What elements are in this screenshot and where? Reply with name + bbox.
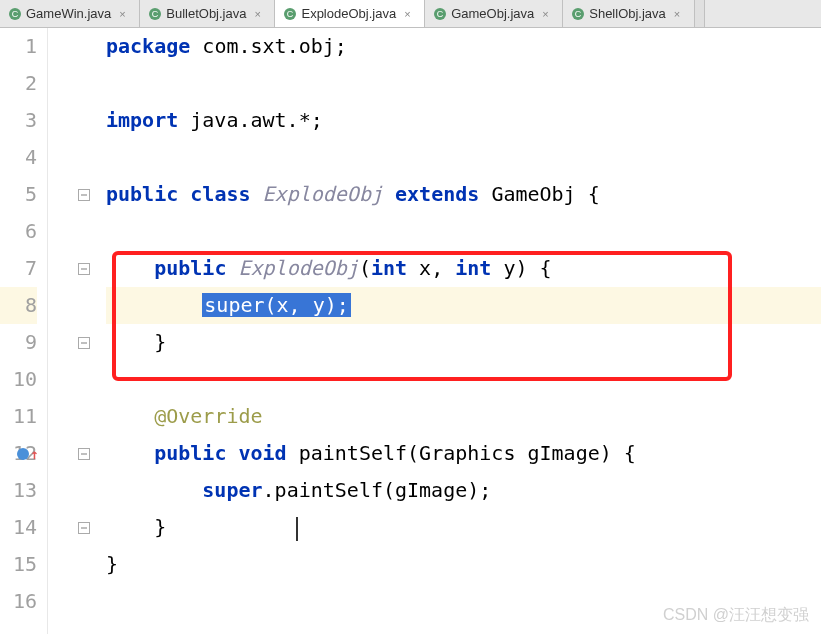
tab-explodeobj[interactable]: C ExplodeObj.java × bbox=[275, 0, 425, 27]
java-class-icon: C bbox=[283, 7, 297, 21]
editor-tab-bar: C GameWin.java × C BulletObj.java × C Ex… bbox=[0, 0, 821, 28]
svg-text:C: C bbox=[575, 9, 582, 19]
code-line: super(x, y); bbox=[106, 287, 821, 324]
svg-text:C: C bbox=[437, 9, 444, 19]
text-selection: super(x, y); bbox=[202, 293, 351, 317]
line-number: 2 bbox=[0, 65, 37, 102]
editor-area: 1 2 3 4 5 6 7 8 9 10 11 12 13 14 15 16 bbox=[0, 28, 821, 634]
line-number: 5 bbox=[0, 176, 37, 213]
tab-shellobj[interactable]: C ShellObj.java × bbox=[563, 0, 695, 27]
tab-label: GameObj.java bbox=[451, 6, 534, 21]
tab-label: ShellObj.java bbox=[589, 6, 666, 21]
svg-text:C: C bbox=[152, 9, 159, 19]
code-line: public void paintSelf(Graphics gImage) { bbox=[106, 435, 821, 472]
code-line: super.paintSelf(gImage); bbox=[106, 472, 821, 509]
tab-label: BulletObj.java bbox=[166, 6, 246, 21]
close-icon[interactable]: × bbox=[254, 8, 266, 20]
code-line: public class ExplodeObj extends GameObj … bbox=[106, 176, 821, 213]
tab-bulletobj[interactable]: C BulletObj.java × bbox=[140, 0, 275, 27]
code-editor[interactable]: package com.sxt.obj; import java.awt.*; … bbox=[94, 28, 821, 634]
code-line bbox=[106, 65, 821, 102]
line-number: 13 bbox=[0, 472, 37, 509]
line-number: 1 bbox=[0, 28, 37, 65]
tab-label: GameWin.java bbox=[26, 6, 111, 21]
svg-text:C: C bbox=[287, 9, 294, 19]
code-line: } bbox=[106, 324, 821, 361]
line-number: 3 bbox=[0, 102, 37, 139]
line-number: 15 bbox=[0, 546, 37, 583]
fold-collapse-icon[interactable] bbox=[76, 446, 92, 462]
java-class-icon: C bbox=[8, 7, 22, 21]
code-line: package com.sxt.obj; bbox=[106, 28, 821, 65]
close-icon[interactable]: × bbox=[119, 8, 131, 20]
text-cursor bbox=[296, 517, 298, 541]
code-line bbox=[106, 139, 821, 176]
line-number: 9 bbox=[0, 324, 37, 361]
line-number: 8 bbox=[0, 287, 37, 324]
watermark-text: CSDN @汪汪想变强 bbox=[663, 605, 809, 626]
tab-gamewin[interactable]: C GameWin.java × bbox=[0, 0, 140, 27]
svg-text:C: C bbox=[12, 9, 19, 19]
java-class-icon: C bbox=[571, 7, 585, 21]
override-method-icon[interactable]: ↑ bbox=[17, 446, 38, 462]
line-number: 14 bbox=[0, 509, 37, 546]
java-class-icon: C bbox=[433, 7, 447, 21]
code-line: @Override bbox=[106, 398, 821, 435]
line-number: 11 bbox=[0, 398, 37, 435]
close-icon[interactable]: × bbox=[674, 8, 686, 20]
close-icon[interactable]: × bbox=[404, 8, 416, 20]
line-number: 4 bbox=[0, 139, 37, 176]
line-number-gutter: 1 2 3 4 5 6 7 8 9 10 11 12 13 14 15 16 bbox=[0, 28, 48, 634]
fold-collapse-icon[interactable] bbox=[76, 261, 92, 277]
code-line bbox=[106, 361, 821, 398]
line-number: 7 bbox=[0, 250, 37, 287]
code-line: } bbox=[106, 546, 821, 583]
java-class-icon: C bbox=[148, 7, 162, 21]
line-number: 10 bbox=[0, 361, 37, 398]
code-line: import java.awt.*; bbox=[106, 102, 821, 139]
line-number: 16 bbox=[0, 583, 37, 620]
code-line bbox=[106, 213, 821, 250]
code-line: } bbox=[106, 509, 821, 546]
fold-collapse-icon[interactable] bbox=[76, 187, 92, 203]
code-line: public ExplodeObj(int x, int y) { bbox=[106, 250, 821, 287]
tab-label: ExplodeObj.java bbox=[301, 6, 396, 21]
close-icon[interactable]: × bbox=[542, 8, 554, 20]
fold-end-icon[interactable] bbox=[76, 335, 92, 351]
line-number: 6 bbox=[0, 213, 37, 250]
tab-overflow[interactable] bbox=[695, 0, 705, 27]
fold-end-icon[interactable] bbox=[76, 520, 92, 536]
gutter-icons: ↑ bbox=[48, 28, 94, 634]
tab-gameobj[interactable]: C GameObj.java × bbox=[425, 0, 563, 27]
